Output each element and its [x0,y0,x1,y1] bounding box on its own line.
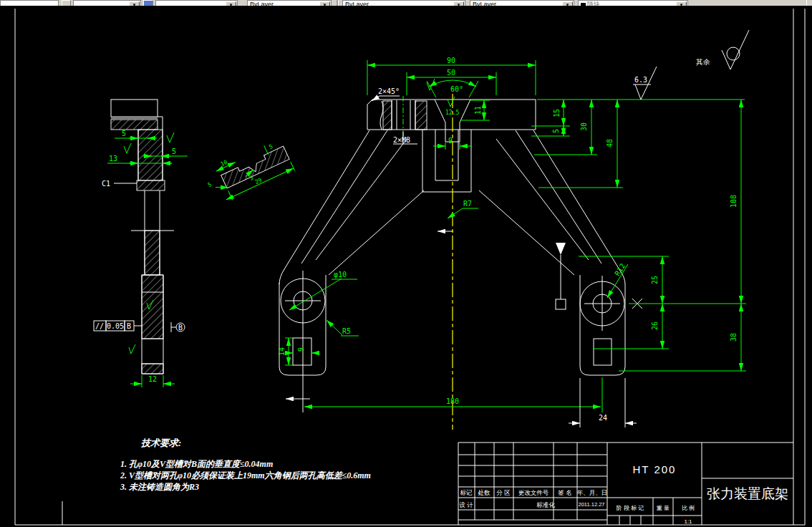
dim-13: 13 [109,155,117,163]
drawing-canvas[interactable]: 5 5 13 C1 // 0.05 B B [0,0,812,527]
tb-header-date: 年、月、日 [577,489,608,496]
chamfer-c1-label: C1 [102,180,110,188]
tb-header-fenqu: 分 区 [496,489,510,496]
radius-r7: R7 [463,200,472,208]
dim-5: 5 [552,129,560,133]
chevron-down-icon[interactable]: ▼ [453,1,464,6]
tb-scale-value: 1:1 [684,518,692,525]
plotstyle-combo[interactable]: 随块▼ [578,0,688,6]
thread-callout: 2×M8 [393,136,410,144]
svg-text:B: B [178,324,183,332]
chevron-down-icon[interactable]: ▼ [562,1,573,6]
tb-scale-label: 比 例 [682,505,695,511]
toolbar-separator [337,0,339,6]
svg-text://: // [95,322,104,330]
tb-header-change-doc: 更改文件号 [518,489,549,496]
svg-text:B: B [127,322,131,330]
surface-roughness-12-5: 12.5 [445,110,459,116]
diameter-10-callout: φ10 [334,271,347,279]
chamfer-callout: 2×45° [378,87,400,95]
front-view-dimensions: 90 50 60° 12.5 11 9 2×45° 2×M8 [278,57,746,427]
dim-180: 180 [446,397,459,405]
front-view [279,94,642,430]
detail-dim-5b: 5 [268,143,274,150]
tech-item-3: 3. 未注铸造圆角为R3 [120,482,199,492]
tech-item-2: 2. V型槽对两孔φ10必须保证装上19mm六角钢后两孔高低差≤0.6mm [120,470,371,480]
linetype-combo[interactable]: ▼ [155,0,238,6]
dim-5-right: 5 [172,148,176,155]
tb-material: HT 200 [633,463,677,475]
dim-angle-60: 60° [450,85,463,93]
dim-25: 25 [651,276,659,284]
parallelism-tolerance-frame: // 0.05 B [94,321,142,331]
svg-text:6.3: 6.3 [634,76,647,84]
chevron-down-icon[interactable]: ▼ [676,1,687,6]
color-combo[interactable]: ByLayer▼ [247,0,332,6]
rest-label: 其余 [696,58,710,66]
dim-9-square: 9 [297,347,305,352]
dim-48: 48 [606,139,614,148]
detail-dim-29: 29 [254,177,264,185]
layer-properties-icon[interactable] [143,0,153,6]
layer-state-combo[interactable]: ▼ [73,0,141,6]
tb-design: 设 计 [459,501,473,508]
dim-50: 50 [447,69,455,77]
dim-5-left: 5 [122,130,126,137]
svg-text:0.05: 0.05 [107,322,124,330]
side-section-view [111,100,174,374]
technical-requirements: 技术要求: 1. 孔φ10及V型槽对B面的垂直度≤0.04mm 2. V型槽对两… [120,437,371,492]
dim-24: 24 [599,414,607,422]
tb-weight: 重 量 [656,505,670,511]
linetype-bylayer-combo[interactable]: ByLayer▼ [342,0,465,6]
tb-header-sign: 签 名 [558,489,571,496]
tech-item-1: 1. 孔φ10及V型槽对B面的垂直度≤0.04mm [120,459,273,469]
tb-standard: 标准化 [536,501,555,508]
chevron-down-icon[interactable]: ▼ [129,1,140,6]
chevron-down-icon[interactable]: ▼ [319,1,330,6]
tb-date-value: 2011.12.27 [579,501,605,508]
make-layer-current-icon[interactable] [62,0,71,6]
layer-combo[interactable] [0,0,59,6]
dim-108: 108 [730,195,738,208]
dim-11: 11 [474,106,482,115]
sheet-frame [15,9,805,525]
tb-stage-mark: 阶 段 标 记 [617,505,644,511]
properties-toolbar: ▼ ▼ ByLayer▼ ByLayer▼ ByLayer▼ 随块▼ [0,0,812,6]
v-groove-detail-view: 29 10 5 3 5 [201,135,295,207]
tb-header-biaoji: 标记 [460,489,473,496]
color-swatch-icon [581,3,586,6]
dim-38: 38 [730,333,738,342]
lineweight-bylayer-combo[interactable]: ByLayer▼ [470,0,574,6]
dim-14: 14 [278,347,286,356]
scrollbar-top[interactable] [806,0,812,6]
dim-9-slot: 9 [448,137,453,145]
tech-title: 技术要求: [141,437,181,448]
dim-26: 26 [651,321,659,330]
detail-dim-5a: 5 [207,181,213,188]
surface-roughness-6-3: 6.3 [633,67,657,100]
rest-roughness-note: 其余 [696,30,749,69]
title-block: 标记 处数 分 区 更改文件号 签 名 年、月、日 设 计 标准化 2011.1… [458,443,793,525]
tb-part-name: 张力装置底架 [707,486,788,501]
datum-b-symbol: B [171,322,185,332]
radius-r5: R5 [342,327,351,335]
dim-12: 12 [148,375,157,383]
dim-30: 30 [580,122,588,131]
tb-header-chushu: 处数 [478,489,491,496]
chevron-down-icon[interactable]: ▼ [226,1,236,6]
dim-90: 90 [447,57,455,64]
dim-15: 15 [553,109,561,117]
